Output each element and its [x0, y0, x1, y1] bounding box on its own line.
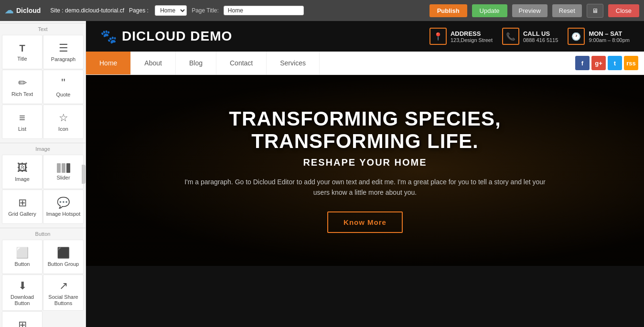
close-button[interactable]: Close	[608, 4, 639, 17]
hero-section: TRANSFORMING SPECIES, TRANSFORMING LIFE.…	[86, 75, 644, 266]
sidebar-label-social-share-buttons: Social Share Buttons	[45, 294, 81, 306]
nav-social-links: f g+ t rss	[569, 52, 644, 74]
download-button-icon: ⬇	[18, 280, 27, 292]
pages-select[interactable]: Home	[155, 5, 187, 16]
hero-content: TRANSFORMING SPECIES, TRANSFORMING LIFE.…	[183, 108, 547, 232]
nav-item-home[interactable]: Home	[86, 52, 131, 74]
sidebar-label-title: Title	[17, 56, 27, 62]
sidebar-section-text: Text	[0, 23, 86, 33]
sidebar-label-slider: Slider	[56, 175, 70, 181]
site-contact-group: 📍 ADDRESS 123,Design Street 📞 CALL US 08…	[429, 28, 630, 45]
content-area: 🐾 DICLOUD DEMO 📍 ADDRESS 123,Design Stre…	[86, 21, 644, 327]
image-hotspot-icon: 💬	[57, 197, 70, 209]
nav-item-blog[interactable]: Blog	[176, 52, 216, 74]
sidebar-item-quote[interactable]: " Quote	[43, 70, 84, 104]
sidebar-item-social-buttons[interactable]: ⊞ Social Buttons	[2, 311, 43, 327]
main-layout: Text T Title ☰ Paragraph ✏ Rich Text " Q…	[0, 21, 644, 327]
sidebar-resize-handle[interactable]	[82, 165, 86, 184]
pages-info: Pages :	[129, 7, 150, 14]
sidebar-section-image: Image	[0, 143, 86, 153]
social-buttons-icon: ⊞	[18, 319, 27, 327]
sidebar: Text T Title ☰ Paragraph ✏ Rich Text " Q…	[0, 21, 86, 327]
sidebar-item-slider[interactable]: Slider	[43, 155, 84, 189]
website-preview: 🐾 DICLOUD DEMO 📍 ADDRESS 123,Design Stre…	[86, 21, 644, 327]
preview-button[interactable]: Preview	[512, 4, 547, 17]
site-header: 🐾 DICLOUD DEMO 📍 ADDRESS 123,Design Stre…	[86, 21, 644, 52]
reset-button[interactable]: Reset	[552, 4, 582, 17]
call-text: CALL US 0888 416 5115	[523, 30, 558, 43]
sidebar-label-list: List	[18, 126, 26, 132]
sidebar-label-rich-text: Rich Text	[11, 91, 33, 97]
sidebar-label-icon: Icon	[58, 126, 68, 132]
hero-paragraph: I'm a paragraph. Go to Dicloud Editor to…	[183, 177, 547, 198]
icon-icon: ☆	[59, 112, 68, 124]
nav-item-services[interactable]: Services	[267, 52, 320, 74]
sidebar-item-icon[interactable]: ☆ Icon	[43, 105, 84, 139]
button-group-icon: ⬛	[57, 247, 70, 259]
twitter-button[interactable]: t	[608, 56, 622, 70]
paragraph-icon: ☰	[59, 42, 68, 54]
sidebar-label-button: Button	[15, 261, 30, 267]
contact-call: 📞 CALL US 0888 416 5115	[502, 28, 558, 45]
sidebar-item-title[interactable]: T Title	[2, 35, 43, 69]
cloud-icon: ☁	[5, 5, 13, 16]
sidebar-label-download-button: Download Button	[4, 294, 40, 306]
googleplus-button[interactable]: g+	[591, 56, 606, 70]
sidebar-label-quote: Quote	[56, 92, 71, 98]
sidebar-label-paragraph: Paragraph	[51, 56, 75, 63]
sidebar-item-button-group[interactable]: ⬛ Button Group	[43, 240, 84, 274]
sidebar-item-image-hotspot[interactable]: 💬 Image Hotspot	[43, 190, 84, 224]
page-title-input[interactable]	[224, 6, 304, 15]
rich-text-icon: ✏	[18, 77, 27, 89]
slider-icon	[57, 163, 70, 173]
paw-icon: 🐾	[100, 29, 117, 44]
grid-gallery-icon: ⊞	[18, 197, 27, 209]
phone-icon: 📞	[502, 28, 519, 45]
image-icon: 🖼	[17, 162, 28, 174]
button-icon: ⬜	[16, 247, 29, 259]
site-nav: Home About Blog Contact Services f g+ t …	[86, 52, 644, 75]
sidebar-item-button[interactable]: ⬜ Button	[2, 240, 43, 274]
page-title-label: Page Title:	[192, 7, 219, 14]
clock-icon: 🕐	[568, 28, 585, 45]
desktop-view-button[interactable]: 🖥	[587, 4, 603, 18]
sidebar-item-paragraph[interactable]: ☰ Paragraph	[43, 35, 84, 69]
sidebar-item-download-button[interactable]: ⬇ Download Button	[2, 274, 43, 311]
location-icon: 📍	[429, 28, 447, 45]
list-icon: ≡	[19, 112, 25, 124]
sidebar-label-button-group: Button Group	[48, 261, 79, 267]
sidebar-label-grid-gallery: Grid Gallery	[8, 211, 36, 217]
nav-item-contact[interactable]: Contact	[216, 52, 267, 74]
nav-item-about[interactable]: About	[131, 52, 176, 74]
sidebar-text-grid: T Title ☰ Paragraph ✏ Rich Text " Quote …	[0, 33, 86, 141]
quote-icon: "	[61, 76, 65, 90]
app-logo: ☁ Dicloud	[5, 5, 41, 16]
sidebar-button-grid: ⬜ Button ⬛ Button Group ⬇ Download Butto…	[0, 238, 86, 327]
sidebar-item-social-share-buttons[interactable]: ↗ Social Share Buttons	[43, 274, 84, 311]
sidebar-section-button: Button	[0, 228, 86, 238]
rss-button[interactable]: rss	[624, 56, 638, 70]
sidebar-label-image-hotspot: Image Hotspot	[46, 211, 81, 217]
social-share-buttons-icon: ↗	[59, 280, 68, 292]
update-button[interactable]: Update	[472, 4, 507, 17]
contact-address: 📍 ADDRESS 123,Design Street	[429, 28, 493, 45]
app-name: Dicloud	[16, 7, 41, 14]
hero-subtitle: RESHAPE YOUR HOME	[183, 157, 547, 168]
hours-text: MON – SAT 9:00am – 8:00pm	[589, 30, 630, 43]
sidebar-label-image: Image	[15, 176, 30, 182]
sidebar-item-list[interactable]: ≡ List	[2, 105, 43, 139]
sidebar-item-rich-text[interactable]: ✏ Rich Text	[2, 70, 43, 104]
publish-button[interactable]: Publish	[429, 4, 467, 17]
facebook-button[interactable]: f	[575, 56, 590, 70]
address-text: ADDRESS 123,Design Street	[451, 30, 493, 43]
hero-title: TRANSFORMING SPECIES, TRANSFORMING LIFE.	[183, 108, 547, 152]
title-icon: T	[19, 43, 25, 54]
sidebar-item-image[interactable]: 🖼 Image	[2, 155, 43, 189]
top-bar: ☁ Dicloud Site : demo.dicloud-tutorial.c…	[0, 0, 644, 21]
site-info: Site : demo.dicloud-tutorial.cf	[50, 7, 124, 14]
hero-know-more-button[interactable]: Know More	[327, 211, 403, 233]
site-logo: 🐾 DICLOUD DEMO	[100, 29, 232, 44]
sidebar-item-grid-gallery[interactable]: ⊞ Grid Gallery	[2, 190, 43, 224]
contact-hours: 🕐 MON – SAT 9:00am – 8:00pm	[568, 28, 630, 45]
site-name: DICLOUD DEMO	[122, 29, 232, 44]
